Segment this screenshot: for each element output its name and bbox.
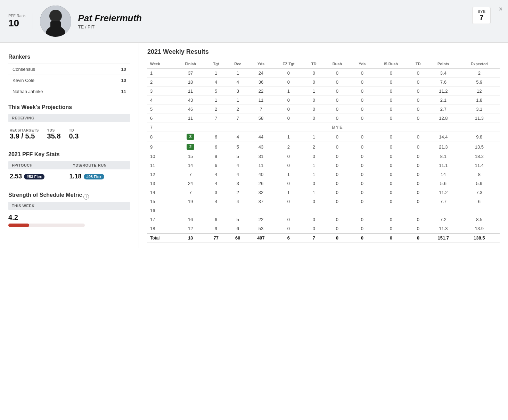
yds-cell: 22 [249,87,273,96]
tgt-cell: 6 [206,132,227,142]
recs-targets-label: RECS/TARGETS [10,128,39,132]
rush-yds-cell: 0 [351,114,374,123]
expected-cell: 2 [459,68,500,78]
main-content: Rankers Consensus10Kevin Cole10Nathan Ja… [0,43,508,248]
player-position: TE / PIT [78,24,500,30]
tgt-cell: 6 [206,215,227,224]
left-column: Rankers Consensus10Kevin Cole10Nathan Ja… [0,43,139,248]
week-cell: 8 [147,132,175,142]
table-row: 13711240000003.42 [147,68,500,78]
td-cell: 0 [304,68,323,78]
rush-cell: 0 [323,161,351,170]
rec-cell: 3 [227,179,249,188]
rush-yds-cell: 0 [351,161,374,170]
expected-cell: 9.8 [459,132,500,142]
rush-cell: 0 [323,114,351,123]
td-label: TD [69,128,79,132]
fp-touch-value: 2.53 [10,173,22,180]
info-icon[interactable]: i [83,194,89,200]
dash-cell: — [175,206,205,215]
finish-cell: 7 [175,188,205,197]
schedule-bar-track [8,224,85,227]
i5-cell: 0 [374,142,409,152]
table-row: 92654322000021.313.5 [147,142,500,152]
yds-cell: 36 [249,78,273,87]
results-title: 2021 Weekly Results [147,48,500,56]
key-stats-title: 2021 PFF Key Stats [8,151,130,158]
td-cell: 0 [304,152,323,161]
week-cell: 5 [147,105,175,114]
finish-cell: 15 [175,152,205,161]
rec-cell: 2 [227,188,249,197]
tgt-cell: 3 [206,188,227,197]
i5-cell: 0 [374,224,409,234]
yds-cell: 497 [249,233,273,243]
rec-cell: 4 [227,78,249,87]
bye-label: BYE [477,9,485,14]
table-row: 44311110000002.11.8 [147,96,500,105]
points-cell: 11.2 [428,87,459,96]
points-cell: 14 [428,170,459,179]
week-cell: 2 [147,78,175,87]
i5-cell: 0 [374,68,409,78]
points-cell: 151.7 [428,233,459,243]
week-cell: 11 [147,161,175,170]
ez-tgt-cell: 0 [273,161,304,170]
page: PFF Rank 10 Pat Freiermuth TE / PIT BYE … [0,0,508,420]
rush-cell: 0 [323,96,351,105]
table-row: 611775800000012.811.3 [147,114,500,123]
tgt-cell: 2 [206,105,227,114]
fp-touch-value-cell: 2.53 #53 Flex [10,173,69,180]
schedule-title: Strength of Schedule Metric [8,192,82,198]
expected-cell: 13.5 [459,142,500,152]
points-cell: 5.6 [428,179,459,188]
expected-cell: 138.5 [459,233,500,243]
week-cell: 10 [147,152,175,161]
week-cell: 4 [147,96,175,105]
rush-yds-cell: 0 [351,224,374,234]
table-row: 1274440110000148 [147,170,500,179]
tgt-cell: 4 [206,78,227,87]
i5-cell: 0 [374,197,409,206]
rush-yds-cell: 0 [351,197,374,206]
rush-td-cell: 0 [409,233,428,243]
rush-cell: 0 [323,170,351,179]
i5-cell: 0 [374,105,409,114]
i5-cell: 0 [374,132,409,142]
pff-rank-value: 10 [8,18,26,29]
close-button[interactable]: × [499,6,502,13]
expected-cell: 11.4 [459,161,500,170]
td-cell: 0 [304,78,323,87]
week-cell: 12 [147,170,175,179]
week-cell: 3 [147,87,175,96]
ranker-row: Consensus10 [8,64,130,75]
yds-cell: 7 [249,105,273,114]
points-cell: 12.8 [428,114,459,123]
expected-cell: 11.3 [459,114,500,123]
ranker-rank: 10 [99,64,130,75]
week-cell: 7 [147,123,175,132]
yds-cell: 43 [249,142,273,152]
finish-cell: 43 [175,96,205,105]
expected-cell: 8.5 [459,215,500,224]
rush-yds-cell: 0 [351,132,374,142]
bye-week-box: BYE 7 [472,7,491,24]
ez-tgt-cell: 0 [273,179,304,188]
td-cell: 1 [304,132,323,142]
fp-touch-badge: #53 Flex [24,174,44,179]
bye-cell: BYE [175,123,500,132]
ranker-name: Consensus [8,64,99,75]
rush-yds-cell: 0 [351,105,374,114]
tgt-cell: 4 [206,170,227,179]
receiving-label: RECEIVING [8,114,130,122]
table-row: 1114641101000011.111.4 [147,161,500,170]
total-row: Total137760497670000151.7138.5 [147,233,500,243]
rec-cell: 7 [227,114,249,123]
finish-cell: 46 [175,105,205,114]
rush-cell: 0 [323,215,351,224]
rush-cell: 0 [323,179,351,188]
rush-yds-cell: 0 [351,96,374,105]
expected-cell: 5.9 [459,179,500,188]
yds-cell: 32 [249,188,273,197]
week-cell: 1 [147,68,175,78]
